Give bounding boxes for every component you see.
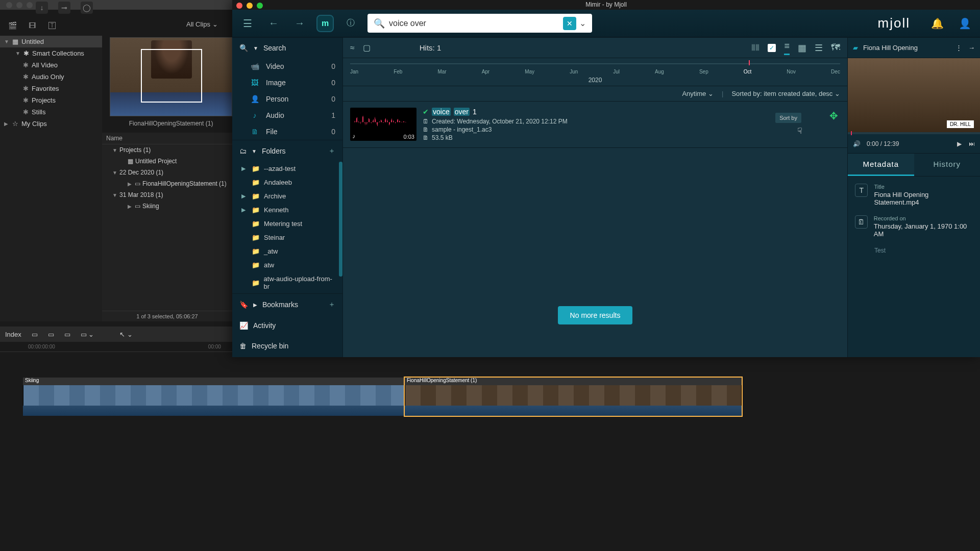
- add-folder-icon[interactable]: ＋: [328, 146, 335, 156]
- index-button[interactable]: Index: [5, 331, 21, 338]
- skip-icon[interactable]: ⏭: [969, 140, 975, 147]
- sidebar-my-clips[interactable]: ▶☆My Clips: [0, 118, 102, 130]
- folders-section-header[interactable]: 🗂 ▼ Folders ＋: [232, 140, 342, 162]
- folder-item[interactable]: 📁Steinar: [232, 231, 342, 244]
- play-icon[interactable]: ▶: [957, 140, 962, 147]
- facet-person[interactable]: 👤Person0: [232, 91, 342, 107]
- minimize-button[interactable]: [247, 3, 253, 9]
- meta-test-field[interactable]: Test: [855, 247, 973, 254]
- waveform-checkbox[interactable]: ✓: [768, 44, 776, 52]
- timeline-tool-3[interactable]: ▭: [64, 331, 70, 338]
- month-mar[interactable]: Mar: [437, 69, 446, 74]
- sidebar-smart-collections[interactable]: ▼✱Smart Collections: [0, 47, 102, 59]
- folder-item[interactable]: ▶📁Archive: [232, 189, 342, 203]
- expand-icon[interactable]: →: [968, 44, 975, 52]
- import-icon[interactable]: ↓: [36, 2, 48, 14]
- account-icon[interactable]: 👤: [955, 14, 974, 33]
- clear-search-button[interactable]: ✕: [563, 17, 576, 30]
- folder-item[interactable]: ▶📁--azad-test: [232, 162, 342, 176]
- folder-item[interactable]: 📁Metering test: [232, 217, 342, 231]
- volume-icon[interactable]: 🔊: [853, 140, 861, 147]
- search-input[interactable]: [385, 19, 563, 28]
- month-sep[interactable]: Sep: [699, 69, 708, 74]
- menu-icon[interactable]: ☰: [238, 14, 257, 33]
- drag-handle-icon[interactable]: ✥: [829, 110, 838, 122]
- filter-square-icon[interactable]: ▢: [363, 43, 371, 53]
- map-view-icon[interactable]: 🗺: [831, 42, 840, 53]
- facet-video[interactable]: 📹Video0: [232, 58, 342, 74]
- grid-view-icon[interactable]: ▦: [798, 42, 806, 54]
- tab-metadata[interactable]: Metadata: [848, 154, 914, 176]
- list-untitled-project[interactable]: ▦Untitled Project: [102, 156, 232, 167]
- add-bookmark-icon[interactable]: ＋: [328, 300, 335, 309]
- close-button[interactable]: [236, 3, 242, 9]
- month-nov[interactable]: Nov: [787, 69, 796, 74]
- recycle-bin-section[interactable]: 🗑 Recycle bin: [232, 336, 342, 356]
- title-icon[interactable]: 🅃: [46, 19, 58, 32]
- month-jun[interactable]: Jun: [570, 69, 578, 74]
- forward-icon[interactable]: →: [290, 14, 309, 33]
- anytime-filter[interactable]: Anytime ⌄: [682, 90, 714, 97]
- mimir-logo[interactable]: m: [316, 15, 334, 32]
- list-view-icon[interactable]: ≡: [784, 41, 790, 55]
- month-oct[interactable]: Oct: [744, 69, 752, 74]
- info-icon[interactable]: ⓘ: [341, 14, 360, 33]
- month-jan[interactable]: Jan: [350, 69, 358, 74]
- date-timeline[interactable]: JanFebMarAprMayJunJulAugSepOctNovDec 202…: [343, 58, 847, 86]
- timeline-tool-1[interactable]: ▭: [32, 331, 38, 338]
- compact-view-icon[interactable]: ☰: [815, 42, 823, 54]
- filter-approx-icon[interactable]: ≈: [350, 43, 355, 53]
- timeline-tool-4[interactable]: ▭ ⌄: [81, 331, 94, 338]
- list-fiona[interactable]: ▶▭FionaHillOpeningStatement (1): [102, 178, 232, 189]
- timeline-clip-skiing[interactable]: Skiing: [23, 378, 405, 416]
- month-aug[interactable]: Aug: [655, 69, 664, 74]
- month-jul[interactable]: Jul: [613, 69, 620, 74]
- waveform-view-icon[interactable]: ⫴⫴: [751, 42, 760, 53]
- film-icon[interactable]: 🎞: [26, 19, 38, 32]
- facet-file[interactable]: 🗎File0: [232, 123, 342, 140]
- sidebar-projects[interactable]: ✱Projects: [0, 94, 102, 106]
- all-clips-label[interactable]: All Clips ⌄: [186, 20, 218, 28]
- list-date-1[interactable]: ▼22 Dec 2020 (1): [102, 167, 232, 178]
- facet-audio[interactable]: ♪Audio1: [232, 107, 342, 123]
- sidebar-all-video[interactable]: ✱All Video: [0, 59, 102, 71]
- folder-item[interactable]: 📁_atw: [232, 244, 342, 258]
- folder-item[interactable]: 📁Andaleeb: [232, 176, 342, 189]
- timeline-clip-fiona[interactable]: FionaHillOpeningStatement (1): [405, 378, 742, 416]
- sidebar-audio-only[interactable]: ✱Audio Only: [0, 71, 102, 83]
- folder-scrollbar[interactable]: [339, 162, 342, 277]
- list-skiing[interactable]: ▶▭Skiing: [102, 201, 232, 212]
- tab-history[interactable]: History: [914, 154, 981, 176]
- folder-item[interactable]: 📁atw-audio-upload-from-br: [232, 272, 342, 293]
- loop-icon[interactable]: ◯: [81, 2, 93, 14]
- back-icon[interactable]: ←: [264, 14, 283, 33]
- preview-scrubber[interactable]: [848, 132, 980, 134]
- folder-item[interactable]: 📁atw: [232, 258, 342, 272]
- sidebar-stills[interactable]: ✱Stills: [0, 106, 102, 118]
- clip-thumbnail[interactable]: FionaHillOpeningStatement (1): [110, 37, 232, 116]
- timeline-tracks[interactable]: Skiing FionaHillOpeningStatement (1): [0, 352, 980, 551]
- month-apr[interactable]: Apr: [482, 69, 490, 74]
- folder-item[interactable]: ▶📁Kenneth: [232, 203, 342, 217]
- name-column-header[interactable]: Name: [102, 133, 232, 144]
- list-projects[interactable]: ▼Projects (1): [102, 144, 232, 156]
- more-icon[interactable]: ⋮: [955, 44, 962, 52]
- facet-image[interactable]: 🖼Image0: [232, 74, 342, 91]
- search-result-item[interactable]: ♪ 0:03 ✔ voice over 1 🗓Created: Wednesda…: [343, 102, 847, 148]
- month-dec[interactable]: Dec: [831, 69, 840, 74]
- bookmarks-section-header[interactable]: 🔖 ▶ Bookmarks ＋: [232, 293, 342, 315]
- timeline-tool-2[interactable]: ▭: [48, 331, 54, 338]
- bell-icon[interactable]: 🔔: [928, 14, 946, 33]
- clapper-icon[interactable]: 🎬: [6, 19, 18, 32]
- month-may[interactable]: May: [525, 69, 534, 74]
- maximize-button[interactable]: [257, 3, 263, 9]
- search-section-header[interactable]: 🔍 ▼ Search: [232, 38, 342, 58]
- sort-filter[interactable]: Sorted by: item created date, desc ⌄: [731, 90, 840, 97]
- sidebar-favorites[interactable]: ✱Favorites: [0, 83, 102, 94]
- arrow-tool[interactable]: ↖ ⌄: [119, 331, 133, 338]
- sidebar-untitled[interactable]: ▼▦Untitled: [0, 36, 102, 47]
- list-date-2[interactable]: ▼31 Mar 2018 (1): [102, 189, 232, 201]
- search-dropdown-icon[interactable]: ⌄: [576, 18, 589, 28]
- activity-section[interactable]: 📈 Activity: [232, 315, 342, 336]
- no-more-results-button[interactable]: No more results: [558, 306, 633, 324]
